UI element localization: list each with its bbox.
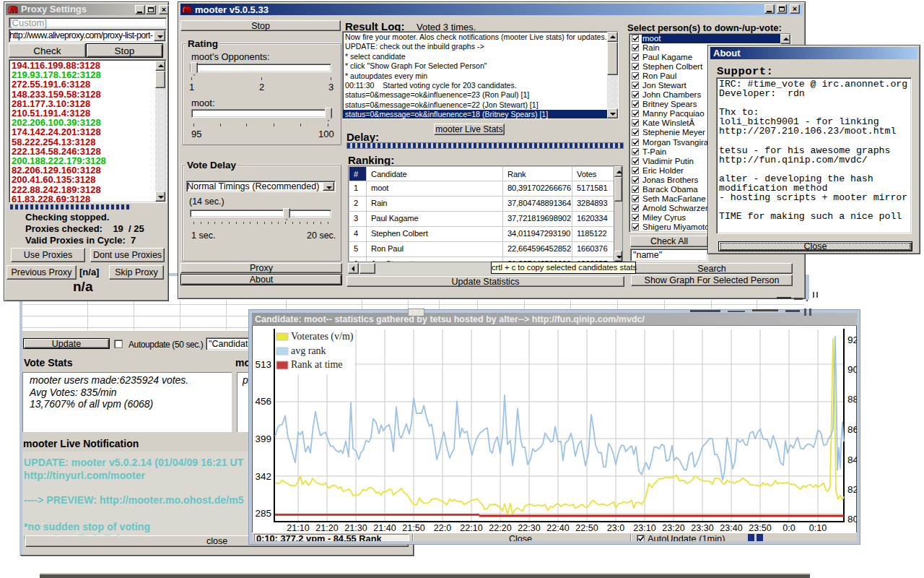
svg-text:22:50: 22:50	[575, 523, 598, 533]
svg-text:23:10: 23:10	[633, 523, 655, 533]
svg-text:22:0: 22:0	[434, 523, 451, 533]
svg-text:22:10: 22:10	[460, 523, 482, 533]
svg-text:342: 342	[255, 471, 271, 482]
svg-text:22:40: 22:40	[546, 523, 569, 533]
svg-text:22:30: 22:30	[518, 523, 540, 533]
svg-text:23:50: 23:50	[749, 523, 771, 533]
svg-text:84: 84	[847, 454, 859, 465]
svg-text:Voterates (v/m): Voterates (v/m)	[291, 331, 354, 342]
svg-text:0:0: 0:0	[783, 523, 795, 533]
svg-text:399: 399	[255, 434, 271, 444]
svg-text:avg rank: avg rank	[291, 345, 326, 356]
svg-text:21:50: 21:50	[402, 523, 424, 533]
svg-text:23:30: 23:30	[691, 523, 713, 533]
svg-text:23:20: 23:20	[662, 523, 684, 533]
svg-text:82: 82	[847, 484, 858, 495]
svg-text:22:20: 22:20	[489, 523, 511, 533]
svg-text:23:0: 23:0	[607, 523, 624, 533]
svg-text:0:10: 0:10	[809, 523, 827, 533]
svg-text:Rank at time: Rank at time	[291, 359, 343, 370]
svg-text:21:20: 21:20	[315, 523, 338, 533]
svg-text:456: 456	[255, 396, 271, 407]
svg-text:23:40: 23:40	[720, 523, 742, 533]
svg-text:90: 90	[847, 364, 858, 375]
svg-text:92: 92	[847, 335, 858, 345]
svg-text:21:10: 21:10	[287, 523, 309, 533]
svg-text:513: 513	[255, 359, 271, 370]
svg-text:86: 86	[847, 424, 858, 435]
svg-text:21:40: 21:40	[373, 523, 396, 533]
svg-text:285: 285	[255, 508, 271, 519]
svg-text:21:30: 21:30	[344, 523, 367, 533]
svg-text:80: 80	[847, 514, 858, 525]
svg-text:88: 88	[847, 394, 858, 405]
